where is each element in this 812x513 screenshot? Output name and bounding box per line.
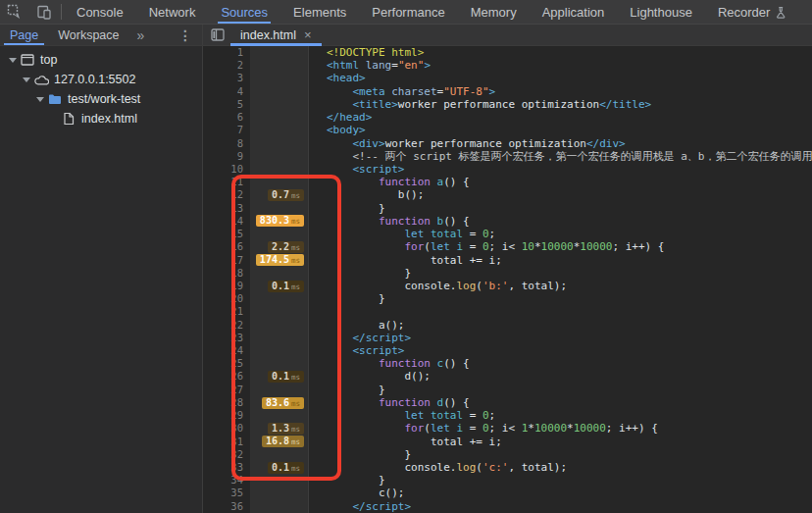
disclosure-triangle[interactable] bbox=[35, 97, 45, 102]
code-line-text[interactable]: b(); bbox=[308, 188, 812, 201]
code-line-text[interactable]: </script> bbox=[308, 332, 812, 344]
disclosure-triangle[interactable] bbox=[8, 58, 18, 63]
code-line-text[interactable]: function d() { bbox=[308, 396, 812, 409]
code-line-text[interactable]: for(let i = 0; i< 10*10000*10000; i++) { bbox=[308, 240, 812, 253]
code-line-text[interactable]: } bbox=[308, 448, 812, 461]
line-number[interactable]: 32 bbox=[203, 448, 250, 461]
code-line-text[interactable]: } bbox=[308, 292, 812, 305]
line-number[interactable]: 36 bbox=[203, 500, 250, 513]
line-number[interactable]: 3 bbox=[203, 72, 250, 84]
line-number[interactable]: 4 bbox=[203, 85, 250, 98]
devtools-tab-elements[interactable]: Elements bbox=[280, 0, 359, 24]
code-line-text[interactable]: </script> bbox=[308, 500, 812, 513]
navigator-tab-page[interactable]: Page bbox=[0, 25, 48, 45]
code-line-text[interactable]: let total = 0; bbox=[308, 228, 812, 240]
code-line-text[interactable]: <script> bbox=[308, 163, 812, 176]
device-toolbar-button[interactable] bbox=[29, 0, 59, 24]
performance-timing-cell: 0.1ms bbox=[250, 461, 308, 474]
navigator-more-menu[interactable]: ⋮ bbox=[169, 25, 202, 45]
line-number[interactable]: 14 bbox=[203, 215, 250, 228]
line-number[interactable]: 16 bbox=[203, 240, 250, 253]
code-line-text[interactable]: <body> bbox=[308, 124, 812, 136]
code-line-text[interactable] bbox=[308, 305, 812, 318]
line-number[interactable]: 7 bbox=[203, 124, 250, 136]
line-number[interactable]: 35 bbox=[203, 487, 250, 499]
file-tab-index-html[interactable]: index.html × bbox=[230, 25, 322, 45]
code-line-text[interactable]: function b() { bbox=[308, 215, 812, 228]
line-number[interactable]: 19 bbox=[203, 280, 250, 292]
line-number[interactable]: 8 bbox=[203, 137, 250, 150]
line-number[interactable]: 27 bbox=[203, 384, 250, 396]
line-number[interactable]: 26 bbox=[203, 370, 250, 383]
code-line-text[interactable]: total += i; bbox=[308, 254, 812, 267]
devtools-tab-lighthouse[interactable]: Lighthouse bbox=[617, 0, 705, 24]
navigator-tab-workspace[interactable]: Workspace bbox=[48, 25, 128, 45]
line-number[interactable]: 21 bbox=[203, 305, 250, 318]
code-line-text[interactable]: } bbox=[308, 267, 812, 280]
code-line-text[interactable]: } bbox=[308, 384, 812, 396]
tree-item-127-0-0-1-5502[interactable]: 127.0.0.1:5502 bbox=[0, 70, 202, 89]
devtools-tab-application[interactable]: Application bbox=[530, 0, 618, 24]
close-icon[interactable]: × bbox=[304, 28, 312, 41]
tree-item-index-html[interactable]: index.html bbox=[0, 109, 202, 128]
line-number[interactable]: 5 bbox=[203, 98, 250, 111]
line-number[interactable]: 17 bbox=[203, 254, 250, 267]
timing-value: 2.2 bbox=[272, 241, 289, 253]
code-line-text[interactable]: <title>worker performance optimization</… bbox=[308, 98, 812, 111]
line-number[interactable]: 33 bbox=[203, 461, 250, 474]
line-number[interactable]: 34 bbox=[203, 474, 250, 487]
line-number[interactable]: 22 bbox=[203, 319, 250, 332]
code-line-text[interactable]: d(); bbox=[308, 370, 812, 383]
line-number[interactable]: 30 bbox=[203, 422, 250, 435]
code-line-text[interactable]: <!DOCTYPE html> bbox=[308, 46, 812, 59]
line-number[interactable]: 23 bbox=[203, 332, 250, 344]
line-number[interactable]: 31 bbox=[203, 436, 250, 448]
code-line-text[interactable]: <head> bbox=[308, 72, 812, 84]
code-line-text[interactable]: console.log('c:', total); bbox=[308, 461, 812, 474]
code-line-text[interactable]: <meta charset="UTF-8"> bbox=[308, 85, 812, 98]
navigator-overflow-chevron[interactable]: » bbox=[129, 25, 153, 45]
tree-item-test-work-test[interactable]: test/work-test bbox=[0, 89, 202, 109]
code-line-text[interactable]: c(); bbox=[308, 487, 812, 499]
line-number[interactable]: 15 bbox=[203, 228, 250, 240]
line-number[interactable]: 25 bbox=[203, 357, 250, 370]
line-number[interactable]: 24 bbox=[203, 344, 250, 357]
code-line-text[interactable]: <!-- 两个 script 标签是两个宏任务，第一个宏任务的调用栈是 a、b，… bbox=[308, 150, 812, 163]
devtools-tab-sources[interactable]: Sources bbox=[208, 0, 280, 24]
inspect-element-button[interactable] bbox=[0, 0, 29, 24]
toggle-navigator-button[interactable] bbox=[203, 25, 230, 45]
line-number[interactable]: 12 bbox=[203, 188, 250, 201]
code-line-text[interactable]: console.log('b:', total); bbox=[308, 280, 812, 292]
line-number[interactable]: 10 bbox=[203, 163, 250, 176]
code-line-text[interactable]: total += i; bbox=[308, 436, 812, 448]
devtools-tab-console[interactable]: Console bbox=[64, 0, 136, 24]
code-line-text[interactable]: </head> bbox=[308, 111, 812, 124]
code-line-text[interactable]: for(let i = 0; i< 1*10000*10000; i++) { bbox=[308, 422, 812, 435]
code-line-text[interactable]: let total = 0; bbox=[308, 409, 812, 422]
devtools-tab-performance[interactable]: Performance bbox=[359, 0, 457, 24]
line-number[interactable]: 13 bbox=[203, 202, 250, 215]
disclosure-triangle[interactable] bbox=[22, 77, 31, 82]
code-line-text[interactable]: function a() { bbox=[308, 176, 812, 188]
tree-item-top[interactable]: top bbox=[0, 50, 202, 70]
line-number[interactable]: 2 bbox=[203, 59, 250, 72]
line-number[interactable]: 1 bbox=[203, 46, 250, 59]
devtools-tab-recorder[interactable]: Recorder bbox=[705, 0, 799, 24]
code-line-text[interactable]: <script> bbox=[308, 344, 812, 357]
line-number[interactable]: 29 bbox=[203, 409, 250, 422]
devtools-tab-network[interactable]: Network bbox=[136, 0, 209, 24]
line-number[interactable]: 11 bbox=[203, 176, 250, 188]
line-number[interactable]: 28 bbox=[203, 396, 250, 409]
code-line-text[interactable]: } bbox=[308, 474, 812, 487]
timing-unit: ms bbox=[291, 424, 300, 436]
line-number[interactable]: 6 bbox=[203, 111, 250, 124]
line-number[interactable]: 18 bbox=[203, 267, 250, 280]
code-line-text[interactable]: function c() { bbox=[308, 357, 812, 370]
code-line-text[interactable]: <html lang="en"> bbox=[308, 59, 812, 72]
code-line-text[interactable]: a(); bbox=[308, 319, 812, 332]
code-line-text[interactable]: <div>worker performance optimization</di… bbox=[308, 137, 812, 150]
code-line-text[interactable]: } bbox=[308, 202, 812, 215]
line-number[interactable]: 9 bbox=[203, 150, 250, 163]
devtools-tab-memory[interactable]: Memory bbox=[458, 0, 530, 24]
line-number[interactable]: 20 bbox=[203, 292, 250, 305]
